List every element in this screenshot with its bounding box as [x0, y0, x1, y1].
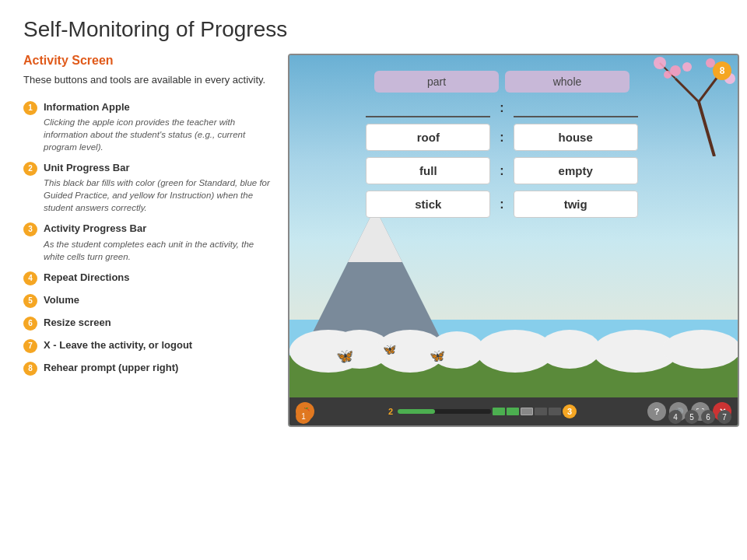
bush-8	[663, 330, 739, 369]
answer-right-3[interactable]: twig	[514, 191, 638, 218]
input-left[interactable]	[366, 99, 490, 117]
colon-2: :	[500, 131, 503, 145]
item-desc-3: As the student completes each unit in th…	[44, 238, 272, 263]
list-item: 1 Information Apple Clicking the apple i…	[23, 100, 272, 153]
badge-num-7[interactable]: 7	[717, 410, 731, 424]
bushes	[289, 326, 738, 373]
svg-line-1	[675, 79, 699, 102]
unit-progress-bar	[398, 409, 491, 414]
input-row: :	[359, 99, 644, 117]
input-right[interactable]	[514, 99, 638, 117]
right-column: 8 🦋 🦋 🦋 part	[288, 54, 739, 427]
answer-right-1[interactable]: house	[514, 124, 638, 151]
prog-cell-3	[521, 408, 533, 415]
intro-text: These buttons and tools are available in…	[23, 72, 272, 88]
main-layout: Activity Screen These buttons and tools …	[0, 54, 747, 427]
btn-help[interactable]: ?	[647, 402, 666, 421]
left-column: Activity Screen These buttons and tools …	[23, 54, 272, 427]
item-num-2: 2	[23, 162, 37, 176]
prog-cell-1	[493, 408, 505, 415]
answer-row-1: roof : house	[359, 124, 644, 151]
page-title: Self-Monitoring of Progress	[0, 0, 747, 50]
item-label-3: Activity Progress Bar	[44, 222, 272, 236]
prog-cell-4	[535, 408, 547, 415]
item-label-8: Rehear prompt (upper right)	[44, 361, 272, 375]
item-num-5: 5	[23, 294, 37, 308]
bush-6	[538, 330, 601, 369]
answer-left-2[interactable]: full	[366, 157, 490, 184]
badge-num-5[interactable]: 5	[685, 410, 699, 424]
item-label-4: Repeat Directions	[44, 271, 272, 285]
item-desc-2: This black bar fills with color (green f…	[44, 177, 272, 214]
badge-8[interactable]: 8	[713, 61, 731, 80]
answer-row-2: full : empty	[359, 157, 644, 184]
butterfly-1: 🦋	[336, 348, 353, 365]
item-label-1: Information Apple	[44, 100, 272, 114]
section-title: Activity Screen	[23, 54, 272, 68]
answer-left-1[interactable]: roof	[366, 124, 490, 151]
activity-frame: 8 🦋 🦋 🦋 part	[288, 54, 739, 427]
svg-point-9	[682, 62, 692, 72]
svg-line-0	[699, 102, 714, 156]
header-row: part whole	[359, 71, 644, 93]
item-label-2: Unit Progress Bar	[44, 161, 272, 175]
item-num-3: 3	[23, 222, 37, 236]
list-item: 6 Resize screen	[23, 316, 272, 331]
answer-row-3: stick : twig	[359, 191, 644, 218]
prog-cell-2	[507, 408, 519, 415]
progress-area: 2 3	[314, 404, 647, 418]
bottom-badges-right: 4 5 6 7	[668, 410, 731, 424]
butterfly-2: 🦋	[383, 343, 396, 355]
answer-left-3[interactable]: stick	[366, 191, 490, 218]
svg-point-10	[664, 71, 672, 79]
badge-num-6[interactable]: 6	[701, 410, 715, 424]
svg-point-5	[670, 65, 681, 76]
item-desc-1: Clicking the apple icon provides the tea…	[44, 116, 272, 153]
butterfly-3: 🦋	[430, 348, 445, 363]
vocab-area: part whole : roof : house full	[359, 71, 644, 224]
badge-num-1[interactable]: 1	[296, 408, 311, 424]
item-num-4: 4	[23, 271, 37, 285]
bottom-badge-1[interactable]: 1	[296, 408, 311, 424]
colon-1: :	[500, 101, 503, 115]
svg-point-4	[654, 57, 666, 69]
activity-progress-cells	[493, 408, 561, 415]
item-label-7: X - Leave the activity, or logout	[44, 338, 272, 352]
progress-num-2: 2	[388, 407, 393, 416]
list-item: 8 Rehear prompt (upper right)	[23, 361, 272, 376]
colon-3: :	[500, 164, 503, 178]
badge-num-4[interactable]: 4	[668, 410, 682, 424]
item-label-5: Volume	[44, 293, 272, 307]
item-num-1: 1	[23, 101, 37, 115]
list-item: 4 Repeat Directions	[23, 271, 272, 285]
colon-4: :	[500, 198, 503, 212]
prog-cell-5	[549, 408, 561, 415]
item-num-7: 7	[23, 339, 37, 353]
answer-right-2[interactable]: empty	[514, 157, 638, 184]
list-item: 2 Unit Progress Bar This black bar fills…	[23, 161, 272, 214]
header-part: part	[374, 71, 499, 93]
progress-badge-3: 3	[563, 404, 577, 418]
unit-progress-fill	[398, 409, 435, 414]
list-item: 7 X - Leave the activity, or logout	[23, 338, 272, 353]
header-whole: whole	[505, 71, 630, 93]
item-list: 1 Information Apple Clicking the apple i…	[23, 100, 272, 376]
item-label-6: Resize screen	[44, 316, 272, 330]
list-item: 3 Activity Progress Bar As the student c…	[23, 222, 272, 262]
item-num-6: 6	[23, 317, 37, 331]
item-num-8: 8	[23, 362, 37, 376]
list-item: 5 Volume	[23, 293, 272, 308]
